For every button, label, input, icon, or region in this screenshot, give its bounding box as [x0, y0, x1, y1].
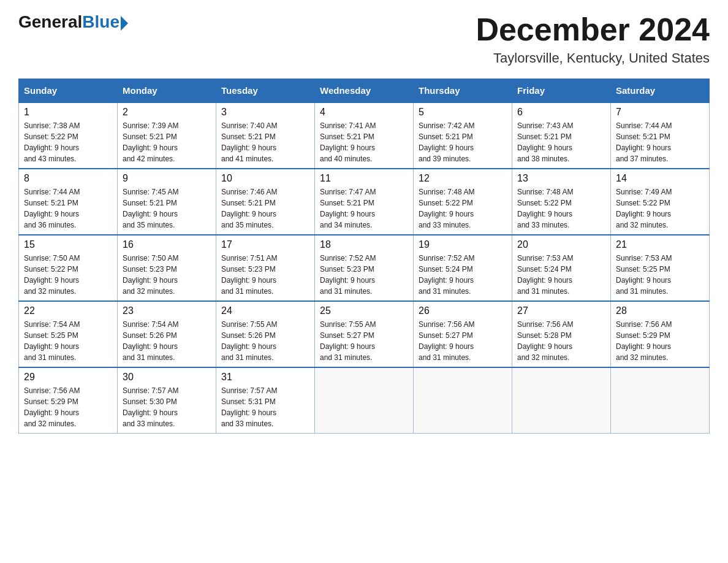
day-info: Sunrise: 7:57 AMSunset: 5:30 PMDaylight:…	[123, 385, 211, 429]
calendar-cell: 14Sunrise: 7:49 AMSunset: 5:22 PMDayligh…	[611, 169, 710, 235]
calendar-cell: 26Sunrise: 7:56 AMSunset: 5:27 PMDayligh…	[414, 301, 512, 367]
day-info: Sunrise: 7:50 AMSunset: 5:23 PMDaylight:…	[123, 253, 211, 297]
day-number: 24	[221, 305, 309, 316]
day-info: Sunrise: 7:48 AMSunset: 5:22 PMDaylight:…	[517, 186, 605, 231]
calendar-cell	[315, 367, 414, 434]
day-number: 7	[616, 107, 704, 118]
calendar-cell: 5Sunrise: 7:42 AMSunset: 5:21 PMDaylight…	[414, 102, 512, 169]
day-number: 21	[616, 239, 704, 250]
day-number: 9	[123, 173, 211, 184]
calendar-cell: 1Sunrise: 7:38 AMSunset: 5:22 PMDaylight…	[19, 102, 118, 169]
calendar-cell: 11Sunrise: 7:47 AMSunset: 5:21 PMDayligh…	[315, 169, 414, 235]
calendar-week-row: 8Sunrise: 7:44 AMSunset: 5:21 PMDaylight…	[19, 169, 710, 235]
day-info: Sunrise: 7:56 AMSunset: 5:29 PMDaylight:…	[24, 385, 112, 429]
day-number: 4	[320, 107, 408, 118]
day-number: 5	[419, 107, 507, 118]
calendar-cell: 9Sunrise: 7:45 AMSunset: 5:21 PMDaylight…	[118, 169, 216, 235]
calendar-cell: 6Sunrise: 7:43 AMSunset: 5:21 PMDaylight…	[512, 102, 611, 169]
logo-triangle-icon	[121, 16, 128, 31]
calendar-cell: 18Sunrise: 7:52 AMSunset: 5:23 PMDayligh…	[315, 235, 414, 301]
calendar-cell: 27Sunrise: 7:56 AMSunset: 5:28 PMDayligh…	[512, 301, 611, 367]
day-number: 11	[320, 173, 408, 184]
day-info: Sunrise: 7:43 AMSunset: 5:21 PMDaylight:…	[517, 120, 605, 164]
calendar-cell: 2Sunrise: 7:39 AMSunset: 5:21 PMDaylight…	[118, 102, 216, 169]
calendar-header-saturday: Saturday	[611, 79, 710, 103]
day-info: Sunrise: 7:44 AMSunset: 5:21 PMDaylight:…	[24, 186, 112, 231]
day-number: 16	[123, 239, 211, 250]
day-number: 25	[320, 305, 408, 316]
calendar-week-row: 22Sunrise: 7:54 AMSunset: 5:25 PMDayligh…	[19, 301, 710, 367]
calendar-header-tuesday: Tuesday	[216, 79, 315, 103]
day-number: 22	[24, 305, 112, 316]
calendar-cell: 23Sunrise: 7:54 AMSunset: 5:26 PMDayligh…	[118, 301, 216, 367]
calendar-cell: 28Sunrise: 7:56 AMSunset: 5:29 PMDayligh…	[611, 301, 710, 367]
calendar-week-row: 29Sunrise: 7:56 AMSunset: 5:29 PMDayligh…	[19, 367, 710, 434]
location-title: Taylorsville, Kentucky, United States	[476, 50, 710, 66]
day-number: 29	[24, 372, 112, 383]
day-info: Sunrise: 7:56 AMSunset: 5:28 PMDaylight:…	[517, 319, 605, 363]
day-info: Sunrise: 7:50 AMSunset: 5:22 PMDaylight:…	[24, 253, 112, 297]
calendar-header-sunday: Sunday	[19, 79, 118, 103]
logo-blue-part: Blue	[82, 12, 128, 32]
calendar-cell: 22Sunrise: 7:54 AMSunset: 5:25 PMDayligh…	[19, 301, 118, 367]
day-number: 31	[221, 372, 309, 383]
calendar-cell: 12Sunrise: 7:48 AMSunset: 5:22 PMDayligh…	[414, 169, 512, 235]
day-number: 3	[221, 107, 309, 118]
calendar-header-thursday: Thursday	[414, 79, 512, 103]
calendar-cell: 10Sunrise: 7:46 AMSunset: 5:21 PMDayligh…	[216, 169, 315, 235]
day-number: 2	[123, 107, 211, 118]
day-info: Sunrise: 7:54 AMSunset: 5:26 PMDaylight:…	[123, 319, 211, 363]
calendar-header-wednesday: Wednesday	[315, 79, 414, 103]
day-number: 12	[419, 173, 507, 184]
page-header: General Blue December 2024 Taylorsville,…	[18, 12, 710, 66]
day-info: Sunrise: 7:55 AMSunset: 5:27 PMDaylight:…	[320, 319, 408, 363]
day-number: 23	[123, 305, 211, 316]
day-info: Sunrise: 7:46 AMSunset: 5:21 PMDaylight:…	[221, 186, 309, 231]
logo-general-text: General	[18, 12, 82, 32]
day-info: Sunrise: 7:45 AMSunset: 5:21 PMDaylight:…	[123, 186, 211, 231]
day-info: Sunrise: 7:53 AMSunset: 5:25 PMDaylight:…	[616, 253, 704, 297]
day-info: Sunrise: 7:51 AMSunset: 5:23 PMDaylight:…	[221, 253, 309, 297]
day-number: 30	[123, 372, 211, 383]
calendar-table: SundayMondayTuesdayWednesdayThursdayFrid…	[18, 79, 710, 434]
month-title: December 2024	[476, 12, 710, 47]
calendar-cell: 19Sunrise: 7:52 AMSunset: 5:24 PMDayligh…	[414, 235, 512, 301]
day-info: Sunrise: 7:42 AMSunset: 5:21 PMDaylight:…	[419, 120, 507, 164]
day-info: Sunrise: 7:54 AMSunset: 5:25 PMDaylight:…	[24, 319, 112, 363]
calendar-cell	[414, 367, 512, 434]
calendar-cell: 4Sunrise: 7:41 AMSunset: 5:21 PMDaylight…	[315, 102, 414, 169]
calendar-cell: 13Sunrise: 7:48 AMSunset: 5:22 PMDayligh…	[512, 169, 611, 235]
day-number: 10	[221, 173, 309, 184]
calendar-cell: 31Sunrise: 7:57 AMSunset: 5:31 PMDayligh…	[216, 367, 315, 434]
calendar-header-row: SundayMondayTuesdayWednesdayThursdayFrid…	[19, 79, 710, 103]
day-info: Sunrise: 7:49 AMSunset: 5:22 PMDaylight:…	[616, 186, 704, 231]
day-info: Sunrise: 7:39 AMSunset: 5:21 PMDaylight:…	[123, 120, 211, 164]
day-info: Sunrise: 7:53 AMSunset: 5:24 PMDaylight:…	[517, 253, 605, 297]
calendar-cell: 3Sunrise: 7:40 AMSunset: 5:21 PMDaylight…	[216, 102, 315, 169]
calendar-cell: 20Sunrise: 7:53 AMSunset: 5:24 PMDayligh…	[512, 235, 611, 301]
day-number: 28	[616, 305, 704, 316]
day-number: 13	[517, 173, 605, 184]
calendar-cell: 21Sunrise: 7:53 AMSunset: 5:25 PMDayligh…	[611, 235, 710, 301]
day-info: Sunrise: 7:47 AMSunset: 5:21 PMDaylight:…	[320, 186, 408, 231]
calendar-cell: 15Sunrise: 7:50 AMSunset: 5:22 PMDayligh…	[19, 235, 118, 301]
calendar-cell: 16Sunrise: 7:50 AMSunset: 5:23 PMDayligh…	[118, 235, 216, 301]
calendar-cell: 29Sunrise: 7:56 AMSunset: 5:29 PMDayligh…	[19, 367, 118, 434]
day-number: 19	[419, 239, 507, 250]
calendar-cell	[611, 367, 710, 434]
day-number: 17	[221, 239, 309, 250]
day-info: Sunrise: 7:52 AMSunset: 5:23 PMDaylight:…	[320, 253, 408, 297]
calendar-cell: 24Sunrise: 7:55 AMSunset: 5:26 PMDayligh…	[216, 301, 315, 367]
calendar-week-row: 15Sunrise: 7:50 AMSunset: 5:22 PMDayligh…	[19, 235, 710, 301]
day-number: 15	[24, 239, 112, 250]
calendar-cell: 8Sunrise: 7:44 AMSunset: 5:21 PMDaylight…	[19, 169, 118, 235]
day-info: Sunrise: 7:56 AMSunset: 5:29 PMDaylight:…	[616, 319, 704, 363]
day-number: 20	[517, 239, 605, 250]
title-area: December 2024 Taylorsville, Kentucky, Un…	[476, 12, 710, 66]
calendar-cell: 7Sunrise: 7:44 AMSunset: 5:21 PMDaylight…	[611, 102, 710, 169]
day-number: 18	[320, 239, 408, 250]
logo: General Blue	[18, 12, 128, 32]
calendar-header-monday: Monday	[118, 79, 216, 103]
calendar-header-friday: Friday	[512, 79, 611, 103]
day-info: Sunrise: 7:44 AMSunset: 5:21 PMDaylight:…	[616, 120, 704, 164]
